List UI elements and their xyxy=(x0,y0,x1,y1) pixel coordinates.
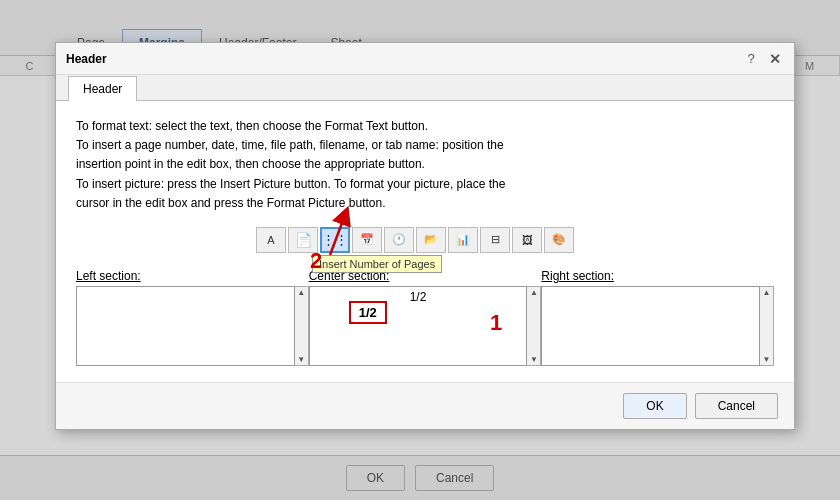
left-scrollbar: ▲ ▼ xyxy=(295,286,309,366)
dialog-ok-button[interactable]: OK xyxy=(623,393,686,419)
filename-icon: 📊 xyxy=(456,233,470,246)
instruction-line-3: insertion point in the edit box, then ch… xyxy=(76,155,774,174)
right-scroll-down[interactable]: ▼ xyxy=(763,355,771,364)
dialog-cancel-button[interactable]: Cancel xyxy=(695,393,778,419)
instruction-line-1: To format text: select the text, then ch… xyxy=(76,117,774,136)
center-section-box-wrapper: ▲ ▼ xyxy=(309,286,542,366)
dialog-body: To format text: select the text, then ch… xyxy=(56,101,794,382)
center-scrollbar: ▲ ▼ xyxy=(527,286,541,366)
dialog-footer: OK Cancel xyxy=(56,382,794,429)
left-section-block: Left section: ▲ ▼ xyxy=(76,269,309,366)
header-dialog: Header ? ✕ Header To format text: select… xyxy=(55,42,795,430)
insert-page-number-button[interactable]: 📄 xyxy=(288,227,318,253)
header-toolbar: A 📄 ⋮⋮ Insert Number of Pages 📅 🕐 📂 📊 xyxy=(76,227,774,253)
date-icon: 📅 xyxy=(360,233,374,246)
left-section-box-wrapper: ▲ ▼ xyxy=(76,286,309,366)
sections-row: Left section: ▲ ▼ Center section: ▲ ▼ xyxy=(76,269,774,366)
center-scroll-up[interactable]: ▲ xyxy=(530,288,538,297)
center-section-block: Center section: ▲ ▼ 1/2 xyxy=(309,269,542,366)
right-scroll-up[interactable]: ▲ xyxy=(763,288,771,297)
format-text-button[interactable]: A xyxy=(256,227,286,253)
time-icon: 🕐 xyxy=(392,233,406,246)
dialog-title: Header xyxy=(66,52,107,66)
picture-icon: 🖼 xyxy=(522,234,533,246)
left-section-label: Left section: xyxy=(76,269,309,283)
right-section-block: Right section: ▲ ▼ xyxy=(541,269,774,366)
format-text-label: A xyxy=(267,234,274,246)
center-section-input[interactable] xyxy=(309,286,528,366)
dialog-tab-header[interactable]: Header xyxy=(68,76,137,101)
dialog-help-button[interactable]: ? xyxy=(742,50,760,68)
insert-num-pages-button[interactable]: ⋮⋮ Insert Number of Pages xyxy=(320,227,350,253)
page-num-icon: 📄 xyxy=(295,232,312,248)
right-scrollbar: ▲ ▼ xyxy=(760,286,774,366)
sheet-icon: ⊟ xyxy=(491,233,500,246)
insert-filename-button[interactable]: 📊 xyxy=(448,227,478,253)
insert-time-button[interactable]: 🕐 xyxy=(384,227,414,253)
insert-sheet-button[interactable]: ⊟ xyxy=(480,227,510,253)
instruction-line-2: To insert a page number, date, time, fil… xyxy=(76,136,774,155)
center-section-label: Center section: xyxy=(309,269,542,283)
dialog-controls: ? ✕ xyxy=(742,50,784,68)
dialog-titlebar: Header ? ✕ xyxy=(56,43,794,75)
insert-picture-button[interactable]: 🖼 xyxy=(512,227,542,253)
instruction-line-5: cursor in the edit box and press the For… xyxy=(76,194,774,213)
center-scroll-down[interactable]: ▼ xyxy=(530,355,538,364)
dialog-tab-bar: Header xyxy=(56,75,794,101)
instruction-block: To format text: select the text, then ch… xyxy=(76,117,774,213)
right-section-box-wrapper: ▲ ▼ xyxy=(541,286,774,366)
insert-date-button[interactable]: 📅 xyxy=(352,227,382,253)
num-pages-icon: ⋮⋮ xyxy=(322,232,348,247)
filepath-icon: 📂 xyxy=(424,233,438,246)
left-scroll-up[interactable]: ▲ xyxy=(297,288,305,297)
right-section-label: Right section: xyxy=(541,269,774,283)
instruction-line-4: To insert picture: press the Insert Pict… xyxy=(76,175,774,194)
dialog-close-button[interactable]: ✕ xyxy=(766,50,784,68)
left-section-input[interactable] xyxy=(76,286,295,366)
format-picture-button[interactable]: 🎨 xyxy=(544,227,574,253)
insert-filepath-button[interactable]: 📂 xyxy=(416,227,446,253)
right-section-input[interactable] xyxy=(541,286,760,366)
left-scroll-down[interactable]: ▼ xyxy=(297,355,305,364)
format-pic-icon: 🎨 xyxy=(552,233,566,246)
